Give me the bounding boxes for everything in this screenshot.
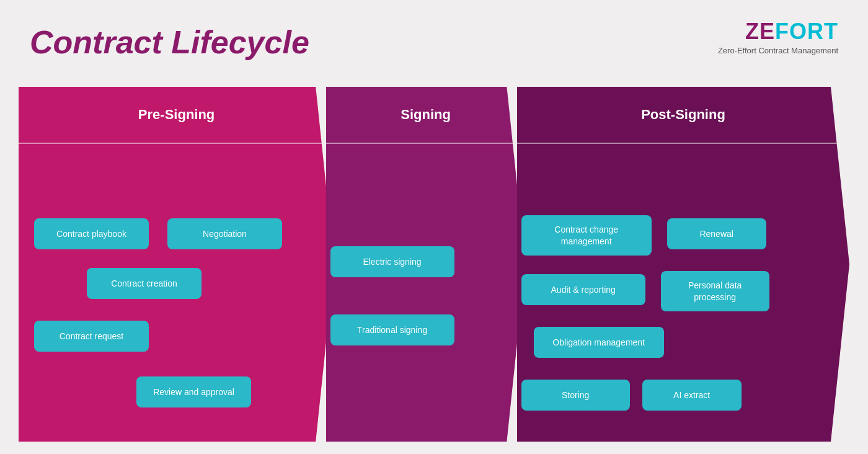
pill-ai-extract: AI extract (642, 380, 742, 411)
pill-contract-request: Contract request (34, 321, 149, 352)
logo: ZEFORT Zero-Effort Contract Management (718, 19, 838, 55)
presigning-label: Pre-Signing (138, 107, 215, 123)
logo-ze: ZE (745, 19, 775, 44)
pill-storing: Storing (521, 380, 630, 411)
presigning-divider (19, 143, 334, 144)
pill-contract-creation: Contract creation (87, 268, 202, 299)
pill-contract-playbook: Contract playbook (34, 218, 149, 249)
pill-obligation-management: Obligation management (534, 327, 664, 358)
signing-header: Signing (326, 87, 526, 143)
pill-traditional-signing: Traditional signing (330, 314, 454, 345)
page-title: Contract Lifecycle (30, 24, 309, 61)
pill-review-approval: Review and approval (136, 376, 251, 407)
presigning-header: Pre-Signing (19, 87, 334, 143)
postsigning-label: Post-Signing (641, 107, 725, 123)
pill-negotiation: Negotiation (167, 218, 282, 249)
signing-label: Signing (401, 107, 451, 123)
pill-personal-data-processing: Personal data processing (661, 271, 769, 311)
signing-divider (326, 143, 526, 144)
postsigning-divider (517, 143, 849, 144)
logo-fort: FORT (775, 19, 838, 44)
pill-renewal: Renewal (667, 218, 766, 249)
logo-tagline: Zero-Effort Contract Management (718, 46, 838, 55)
pill-electric-signing: Electric signing (330, 246, 454, 277)
lifecycle-diagram: Pre-Signing Signing Post-Signing Contrac… (19, 87, 849, 442)
postsigning-header: Post-Signing (517, 87, 849, 143)
pill-audit-reporting: Audit & reporting (521, 274, 645, 305)
pill-contract-change-management: Contract change management (521, 215, 652, 256)
